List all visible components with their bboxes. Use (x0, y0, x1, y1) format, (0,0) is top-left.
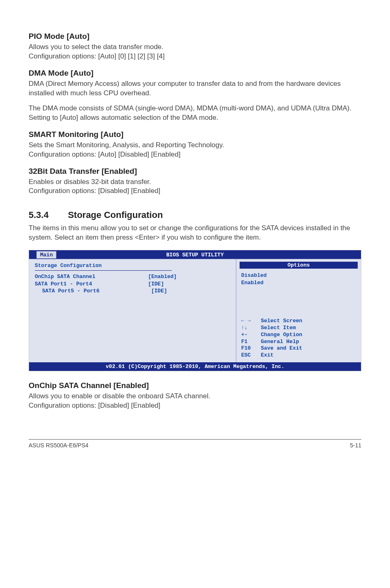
bios-help-text: Select Item (261, 325, 296, 332)
bios-help-text: Change Option (261, 332, 302, 339)
smart-line2: Configuration options: [Auto] [Disabled]… (29, 150, 180, 158)
bios-row-value: [IDE] (148, 281, 230, 288)
storage-section-heading: 5.3.4 Storage Configuration (29, 210, 361, 220)
f1-key-label: F1 (241, 339, 261, 346)
smart-line1: Sets the Smart Monitoring, Analysis, and… (29, 141, 224, 149)
bios-left-pane: Storage Configuration OnChip SATA Channe… (29, 259, 236, 362)
bios-row-label: SATA Port5 - Port6 (35, 287, 151, 295)
bios-help-row: ← → Select Screen (241, 318, 356, 325)
bios-divider (35, 270, 172, 271)
onchip-line1: Allows you to enable or disable the onbo… (29, 392, 211, 400)
section-number: 5.3.4 (29, 210, 65, 220)
bios-row-onchip[interactable]: OnChip SATA Channel [Enabled] (35, 273, 230, 281)
bios-help-text: Exit (261, 352, 273, 359)
bios-help-text: Save and Exit (261, 345, 302, 352)
footer-right: 5-11 (350, 442, 361, 449)
onchip-text: Allows you to enable or disable the onbo… (29, 392, 361, 411)
bios-title: BIOS SETUP UTILITY (166, 252, 224, 258)
storage-intro: The items in this menu allow you to set … (29, 224, 361, 242)
bios-help-row: ESC Exit (241, 352, 356, 359)
bit32-heading: 32Bit Data Transfer [Enabled] (29, 167, 361, 176)
bios-help-text: General Help (261, 339, 299, 346)
bios-help-row: F10 Save and Exit (241, 345, 356, 352)
footer-left: ASUS RS500A-E6/PS4 (29, 442, 88, 449)
bios-row-port56[interactable]: SATA Port5 - Port6 [IDE] (35, 287, 230, 295)
bios-left-title: Storage Configuration (35, 263, 230, 269)
f10-key-label: F10 (241, 345, 261, 352)
bit32-line1: Enables or disables 32-bit data transfer… (29, 178, 151, 186)
dma-heading: DMA Mode [Auto] (29, 69, 361, 78)
bios-title-bar: Main BIOS SETUP UTILITY (29, 250, 361, 259)
nav-arrows-lr-icon: ← → (241, 318, 261, 325)
bios-help-row: ↑↓ Select Item (241, 325, 356, 332)
bios-right-pane: Options Disabled Enabled ← → Select Scre… (236, 259, 361, 362)
bios-option-disabled[interactable]: Disabled (241, 272, 356, 279)
esc-key-label: ESC (241, 352, 261, 359)
bios-row-value: [Enabled] (148, 273, 230, 281)
pio-text: Allows you to select the data transfer m… (29, 43, 361, 61)
bios-row-value: [IDE] (151, 287, 230, 295)
bit32-line2: Configuration options: [Disabled] [Enabl… (29, 187, 160, 195)
bios-help-row: +- Change Option (241, 332, 356, 339)
onchip-line2: Configuration options: [Disabled] [Enabl… (29, 402, 160, 409)
bios-row-port14[interactable]: SATA Port1 - Port4 [IDE] (35, 281, 230, 288)
smart-text: Sets the Smart Monitoring, Analysis, and… (29, 141, 361, 159)
section-title: Storage Configuration (68, 210, 163, 220)
nav-arrows-ud-icon: ↑↓ (241, 325, 261, 332)
pio-line2: Configuration options: [Auto] [0] [1] [2… (29, 52, 165, 60)
pio-heading: PIO Mode [Auto] (29, 32, 361, 41)
smart-heading: SMART Monitoring [Auto] (29, 130, 361, 139)
bios-option-enabled[interactable]: Enabled (241, 279, 356, 287)
bios-row-label: SATA Port1 - Port4 (35, 281, 148, 288)
pio-line1: Allows you to select the data transfer m… (29, 43, 164, 51)
bios-row-label: OnChip SATA Channel (35, 273, 148, 281)
bios-options-header: Options (240, 262, 358, 269)
bios-help-block: ← → Select Screen ↑↓ Select Item +- Chan… (241, 318, 356, 359)
bios-help-text: Select Screen (261, 318, 302, 325)
bit32-text: Enables or disables 32-bit data transfer… (29, 177, 361, 196)
plus-minus-icon: +- (241, 332, 261, 339)
bios-help-row: F1 General Help (241, 339, 356, 346)
dma-text2: The DMA mode consists of SDMA (single-wo… (29, 104, 361, 123)
page-footer: ASUS RS500A-E6/PS4 5-11 (29, 439, 361, 449)
onchip-heading: OnChip SATA Channel [Enabled] (29, 381, 361, 390)
bios-body: Storage Configuration OnChip SATA Channe… (29, 259, 361, 362)
dma-text1: DMA (Direct Memory Access) allows your c… (29, 79, 361, 98)
bios-footer: v02.61 (C)Copyright 1985-2010, American … (29, 362, 361, 371)
bios-tab-main[interactable]: Main (36, 251, 56, 258)
bios-screen: Main BIOS SETUP UTILITY Storage Configur… (29, 250, 361, 371)
